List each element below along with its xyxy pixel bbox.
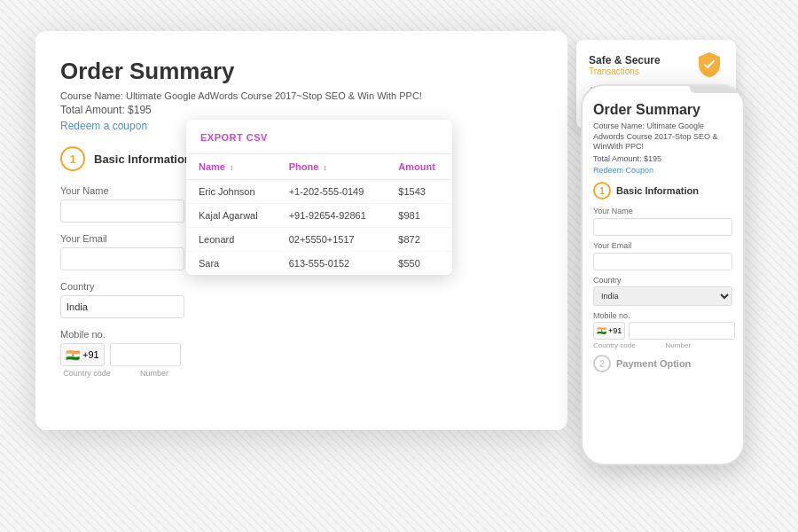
col-amount[interactable]: Amount — [386, 154, 452, 180]
name-input[interactable] — [60, 200, 184, 223]
mobile-group: Mobile no. 🇮🇳 +91 Country code Number — [60, 329, 238, 378]
phone-mobile-labels: Country code Number — [593, 341, 732, 349]
phone-country-code: +91 — [608, 326, 622, 335]
number-sub-label: Number — [119, 369, 190, 378]
cell-phone: +91-92654-92861 — [277, 204, 387, 228]
cell-name: Sara — [186, 252, 277, 276]
scene: Order Summary Course Name: Ultimate Goog… — [35, 31, 763, 501]
cell-phone: 613-555-0152 — [277, 252, 387, 276]
table-row: Kajal Agarwal +91-92654-92861 $981 — [186, 204, 452, 228]
country-label: Country — [60, 281, 238, 292]
phone-order-title: Order Summary — [593, 102, 732, 118]
cell-amount: $1543 — [386, 180, 452, 204]
phone-email-label: Your Email — [593, 241, 732, 250]
phone-email-input[interactable] — [593, 253, 732, 270]
phone-num-sub: Number — [666, 341, 691, 349]
phone-flag-icon: 🇮🇳 — [597, 326, 606, 335]
phone-content: Order Summary Course Name: Ultimate Goog… — [583, 93, 743, 464]
phone-step1-circle: 1 — [593, 182, 611, 200]
safe-title: Safe & Secure — [589, 54, 661, 66]
step1-label: Basic Information — [94, 153, 192, 166]
email-input[interactable] — [60, 247, 184, 270]
sort-icon-name: ↕ — [230, 163, 234, 172]
country-code-sub-label: Country code — [60, 369, 113, 378]
country-input[interactable] — [60, 295, 184, 318]
country-code-box: 🇮🇳 +91 — [60, 343, 105, 366]
step1-circle: 1 — [60, 146, 85, 171]
csv-table: Name ↕ Phone ↕ Amount Eric Johnson +1-20… — [186, 154, 452, 275]
shield-icon — [695, 51, 724, 79]
safe-header: Safe & Secure Transactions — [589, 51, 724, 79]
mobile-label: Mobile no. — [60, 329, 238, 340]
csv-header: EXPORT CSV — [186, 120, 452, 154]
cell-amount: $981 — [386, 204, 452, 228]
mobile-row: 🇮🇳 +91 — [60, 343, 238, 366]
cell-amount: $872 — [386, 228, 452, 252]
phone-country-select[interactable]: India — [593, 286, 732, 306]
phone-step2-header: 2 Payment Option — [593, 355, 732, 372]
csv-export-label[interactable]: EXPORT CSV — [200, 132, 268, 143]
phone-step2-circle: 2 — [593, 355, 611, 372]
cell-name: Eric Johnson — [186, 180, 277, 204]
phone-notch — [690, 86, 743, 93]
phone-step1-label: Basic Information — [616, 185, 699, 196]
cell-phone: 02+5550+1517 — [277, 228, 387, 252]
phone-step2-label: Payment Option — [616, 358, 691, 369]
phone-name-input[interactable] — [593, 218, 732, 236]
total-amount: Total Amount: $195 — [60, 104, 543, 116]
country-group: Country — [60, 281, 238, 318]
cell-name: Leonard — [186, 228, 277, 252]
phone-step1-header: 1 Basic Information — [593, 182, 732, 200]
csv-overlay: EXPORT CSV Name ↕ Phone ↕ Amount Eric Jo… — [186, 120, 452, 275]
phone-code-sub: Country code — [593, 341, 636, 349]
mobile-labels: Country code Number — [60, 369, 238, 378]
col-name[interactable]: Name ↕ — [186, 154, 277, 180]
sort-icon-phone: ↕ — [323, 163, 327, 172]
phone-number-input[interactable] — [629, 322, 735, 340]
order-title: Order Summary — [60, 58, 543, 85]
phone-country-label: Country — [593, 276, 732, 285]
mobile-number-input[interactable] — [110, 343, 181, 366]
safe-text-group: Safe & Secure Transactions — [589, 54, 661, 76]
table-row: Sara 613-555-0152 $550 — [186, 252, 452, 276]
safe-subtitle: Transactions — [589, 66, 661, 76]
flag-icon: 🇮🇳 — [66, 348, 80, 362]
phone-mobile-label: Mobile no. — [593, 311, 732, 320]
phone-code-box: 🇮🇳 +91 — [593, 322, 625, 340]
country-code-text: +91 — [82, 349, 99, 360]
col-phone[interactable]: Phone ↕ — [277, 154, 387, 180]
phone-redeem-link[interactable]: Redeem Coupon — [593, 166, 732, 175]
cell-name: Kajal Agarwal — [186, 204, 277, 228]
cell-amount: $550 — [386, 252, 452, 276]
phone-course-name: Course Name: Ultimate Google Adwords Cou… — [593, 121, 732, 153]
cell-phone: +1-202-555-0149 — [277, 180, 387, 204]
course-name: Course Name: Ultimate Google AdWords Cou… — [60, 90, 543, 101]
phone-name-label: Your Name — [593, 207, 732, 215]
phone-total-amount: Total Amount: $195 — [593, 154, 732, 163]
phone-mobile-row: 🇮🇳 +91 — [593, 322, 732, 340]
table-row: Leonard 02+5550+1517 $872 — [186, 228, 452, 252]
phone-mockup: Order Summary Course Name: Ultimate Goog… — [581, 84, 745, 466]
table-row: Eric Johnson +1-202-555-0149 $1543 — [186, 180, 452, 204]
